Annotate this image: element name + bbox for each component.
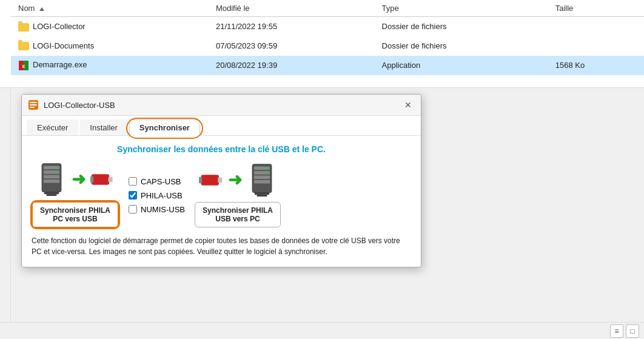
usb-drive-left-icon — [90, 170, 115, 189]
file-name-cell: LOGI-Collector — [11, 17, 209, 36]
sync-area: ➜ Synchroniser PHILAPC vers USB CAPS-US — [32, 163, 411, 228]
checkbox-numis-usb-input[interactable] — [129, 205, 137, 213]
grid-icon-button[interactable]: □ — [626, 324, 639, 338]
file-name-cell: LOGI-Documents — [11, 36, 209, 56]
usb-drive-right-icon — [199, 171, 223, 189]
dialog-title-text: LOGI-Collector-USB — [44, 101, 401, 110]
sync-right-icons: ➜ — [199, 163, 277, 197]
dialog-app-icon — [28, 99, 39, 110]
sort-arrow — [39, 7, 44, 11]
checkbox-phila-usb-input[interactable] — [129, 191, 137, 200]
svg-rect-21 — [199, 177, 202, 183]
checkbox-caps-usb[interactable]: CAPS-USB — [129, 177, 185, 186]
svg-rect-19 — [201, 175, 219, 185]
checkbox-caps-usb-input[interactable] — [129, 177, 137, 186]
table-row[interactable]: LOGI-Documents07/05/2023 09:59Dossier de… — [11, 36, 644, 56]
svg-rect-5 — [30, 102, 37, 103]
dialog-content: Synchroniser les données entre la clé US… — [22, 136, 421, 267]
sync-description-text: Cette fonction du logiciel de démarrage … — [32, 235, 411, 257]
file-type-cell: Application — [375, 56, 548, 75]
col-type[interactable]: Type — [375, 0, 548, 17]
dialog-tab-bar: Exécuter Installer Synchroniser — [22, 116, 421, 136]
sync-left-icons: ➜ — [36, 163, 115, 196]
server-tower-right-icon — [247, 163, 277, 197]
col-nom[interactable]: Nom — [11, 0, 209, 17]
file-size-cell — [548, 17, 644, 36]
bottom-bar: ≡ □ — [0, 322, 644, 339]
table-header-row: Nom Modifié le Type Taille — [11, 0, 644, 17]
svg-rect-4 — [30, 104, 37, 106]
svg-rect-14 — [44, 192, 58, 195]
svg-rect-17 — [108, 177, 112, 183]
folder-icon — [18, 42, 29, 50]
table-row[interactable]: E Demarrage.exe20/08/2022 19:39Applicati… — [11, 56, 644, 75]
file-explorer: Nom Modifié le Type Taille LOGI-Collecto… — [0, 0, 644, 88]
folder-icon — [18, 23, 29, 32]
svg-point-13 — [56, 171, 58, 173]
checkbox-phila-usb[interactable]: PHILA-USB — [129, 191, 185, 200]
col-modified[interactable]: Modifié le — [209, 0, 375, 17]
file-modified-cell: 20/08/2022 19:39 — [209, 56, 375, 75]
svg-rect-26 — [253, 180, 269, 184]
file-size-cell — [548, 36, 644, 56]
svg-rect-29 — [254, 193, 269, 195]
tab-executer[interactable]: Exécuter — [27, 119, 78, 135]
checkbox-numis-usb[interactable]: NUMIS-USB — [129, 205, 185, 214]
menu-icon-button[interactable]: ≡ — [610, 324, 623, 338]
svg-rect-18 — [90, 176, 93, 183]
file-name-text: Demarrage.exe — [33, 60, 87, 69]
table-row[interactable]: LOGI-Collector21/11/2022 19:55Dossier de… — [11, 17, 644, 36]
svg-point-28 — [266, 172, 269, 174]
file-name-text: LOGI-Collector — [33, 22, 86, 31]
tab-installer[interactable]: Installer — [79, 119, 128, 135]
file-modified-cell: 07/05/2023 09:59 — [209, 36, 375, 56]
svg-rect-6 — [30, 107, 35, 108]
file-name-text: LOGI-Documents — [33, 41, 94, 50]
svg-rect-25 — [253, 176, 269, 180]
dialog-titlebar: LOGI-Collector-USB ✕ — [22, 95, 421, 116]
svg-rect-16 — [91, 174, 109, 184]
exe-icon: E — [18, 60, 33, 69]
svg-rect-10 — [43, 175, 59, 179]
file-modified-cell: 21/11/2022 19:55 — [209, 17, 375, 36]
server-tower-left-icon — [36, 163, 67, 196]
file-size-cell: 1568 Ko — [548, 56, 644, 75]
svg-point-12 — [56, 167, 58, 169]
file-type-cell: Dossier de fichiers — [375, 36, 548, 56]
tab-synchroniser[interactable]: Synchroniser — [129, 119, 200, 136]
sync-checkboxes: CAPS-USB PHILA-USB NUMIS-USB — [119, 177, 195, 214]
svg-text:E: E — [22, 64, 25, 69]
file-name-cell: E Demarrage.exe — [11, 56, 209, 75]
file-table: Nom Modifié le Type Taille LOGI-Collecto… — [11, 0, 644, 75]
arrow-right-left-icon: ➜ — [72, 171, 86, 188]
sync-usb-to-pc-button[interactable]: Synchroniser PHILAUSB vers PC — [195, 202, 281, 227]
dialog-close-button[interactable]: ✕ — [401, 98, 415, 112]
svg-rect-11 — [43, 180, 59, 183]
sync-right-panel: ➜ Synchroniser PHILAUS — [195, 163, 281, 227]
col-taille[interactable]: Taille — [548, 0, 644, 17]
dialog-window: LOGI-Collector-USB ✕ Exécuter Installer … — [21, 94, 421, 267]
file-type-cell: Dossier de fichiers — [375, 17, 548, 36]
sync-pc-to-usb-button[interactable]: Synchroniser PHILAPC vers USB — [32, 201, 119, 228]
svg-point-27 — [266, 167, 269, 170]
svg-rect-20 — [218, 178, 222, 183]
sync-left-panel: ➜ Synchroniser PHILAPC vers USB — [32, 163, 119, 228]
arrow-right-right-icon: ➜ — [228, 172, 242, 189]
svg-rect-15 — [46, 194, 56, 196]
svg-rect-30 — [257, 195, 267, 196]
sync-description-title: Synchroniser les données entre la clé US… — [32, 144, 411, 154]
